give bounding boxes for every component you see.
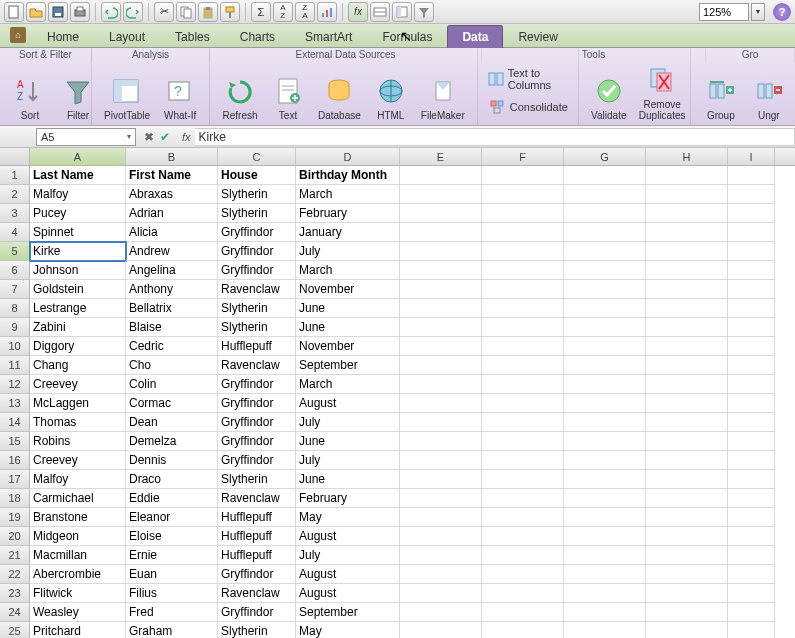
- cell[interactable]: [482, 261, 564, 280]
- cell[interactable]: Cho: [126, 356, 218, 375]
- cell[interactable]: August: [296, 527, 400, 546]
- cell[interactable]: [564, 584, 646, 603]
- cell[interactable]: Lestrange: [30, 299, 126, 318]
- cell[interactable]: June: [296, 432, 400, 451]
- row-header[interactable]: 21: [0, 546, 30, 565]
- cell[interactable]: Ravenclaw: [218, 489, 296, 508]
- cell[interactable]: Angelina: [126, 261, 218, 280]
- cell[interactable]: [646, 166, 728, 185]
- cell[interactable]: Abraxas: [126, 185, 218, 204]
- cell[interactable]: [646, 185, 728, 204]
- cell[interactable]: Carmichael: [30, 489, 126, 508]
- col-header-F[interactable]: F: [482, 148, 564, 165]
- cell[interactable]: Slytherin: [218, 318, 296, 337]
- cell[interactable]: [728, 204, 775, 223]
- sort-az-icon[interactable]: AZ: [273, 2, 293, 22]
- filemaker-button[interactable]: FileMaker: [415, 72, 471, 123]
- row-header[interactable]: 2: [0, 185, 30, 204]
- zoom-dropdown-icon[interactable]: ▾: [751, 3, 765, 21]
- cell[interactable]: [728, 261, 775, 280]
- cell[interactable]: August: [296, 584, 400, 603]
- cell[interactable]: Fred: [126, 603, 218, 622]
- cell[interactable]: Abercrombie: [30, 565, 126, 584]
- row-header[interactable]: 8: [0, 299, 30, 318]
- cell[interactable]: [482, 223, 564, 242]
- cell[interactable]: Eleanor: [126, 508, 218, 527]
- cell[interactable]: [646, 432, 728, 451]
- cell[interactable]: [728, 375, 775, 394]
- cell[interactable]: [564, 242, 646, 261]
- cell[interactable]: January: [296, 223, 400, 242]
- cell[interactable]: [482, 299, 564, 318]
- row-header[interactable]: 20: [0, 527, 30, 546]
- cell[interactable]: [400, 489, 482, 508]
- row-header[interactable]: 19: [0, 508, 30, 527]
- cell[interactable]: Slytherin: [218, 185, 296, 204]
- cell[interactable]: [564, 565, 646, 584]
- cell[interactable]: Demelza: [126, 432, 218, 451]
- cell[interactable]: Spinnet: [30, 223, 126, 242]
- cell[interactable]: [728, 280, 775, 299]
- row-header[interactable]: 11: [0, 356, 30, 375]
- cell[interactable]: [646, 565, 728, 584]
- html-import-button[interactable]: HTML: [367, 72, 415, 123]
- row-header[interactable]: 18: [0, 489, 30, 508]
- cell[interactable]: [482, 451, 564, 470]
- cell[interactable]: June: [296, 318, 400, 337]
- cell[interactable]: [646, 242, 728, 261]
- col-header-E[interactable]: E: [400, 148, 482, 165]
- cell[interactable]: [728, 337, 775, 356]
- cell[interactable]: [728, 432, 775, 451]
- cell[interactable]: Eloise: [126, 527, 218, 546]
- cell[interactable]: [400, 204, 482, 223]
- row-header[interactable]: 14: [0, 413, 30, 432]
- database-button[interactable]: Database: [312, 72, 367, 123]
- cell[interactable]: May: [296, 508, 400, 527]
- cell[interactable]: June: [296, 470, 400, 489]
- cell[interactable]: [646, 299, 728, 318]
- cell[interactable]: [482, 394, 564, 413]
- cell[interactable]: Gryffindor: [218, 223, 296, 242]
- cell[interactable]: [400, 356, 482, 375]
- cell[interactable]: [728, 223, 775, 242]
- format-painter-icon[interactable]: [220, 2, 240, 22]
- cell[interactable]: Slytherin: [218, 299, 296, 318]
- cell[interactable]: [728, 546, 775, 565]
- cell[interactable]: [482, 470, 564, 489]
- cell[interactable]: [400, 470, 482, 489]
- tab-tables[interactable]: Tables: [160, 25, 225, 48]
- cell[interactable]: [646, 489, 728, 508]
- cell[interactable]: Gryffindor: [218, 261, 296, 280]
- text-to-columns-button[interactable]: Text to Columns: [484, 65, 572, 93]
- new-file-icon[interactable]: [4, 2, 24, 22]
- help-icon[interactable]: ?: [773, 3, 791, 21]
- cell[interactable]: Eddie: [126, 489, 218, 508]
- cell[interactable]: [400, 337, 482, 356]
- cell[interactable]: [646, 413, 728, 432]
- cell[interactable]: Gryffindor: [218, 603, 296, 622]
- row-header[interactable]: 23: [0, 584, 30, 603]
- cell[interactable]: [564, 508, 646, 527]
- cell[interactable]: [646, 603, 728, 622]
- cell[interactable]: [482, 508, 564, 527]
- save-icon[interactable]: [48, 2, 68, 22]
- group-button[interactable]: Group: [697, 72, 745, 123]
- tab-home[interactable]: Home: [32, 25, 94, 48]
- cell[interactable]: [482, 527, 564, 546]
- cell[interactable]: [564, 622, 646, 638]
- cell[interactable]: [728, 166, 775, 185]
- cell[interactable]: Gryffindor: [218, 432, 296, 451]
- text-import-button[interactable]: Text: [264, 72, 312, 123]
- cell[interactable]: [646, 470, 728, 489]
- cell[interactable]: [400, 166, 482, 185]
- row-header[interactable]: 5: [0, 242, 30, 261]
- name-box[interactable]: A5 ▾: [36, 128, 136, 146]
- cell[interactable]: [728, 584, 775, 603]
- cell[interactable]: August: [296, 394, 400, 413]
- cell[interactable]: Colin: [126, 375, 218, 394]
- cell[interactable]: Creevey: [30, 375, 126, 394]
- cell[interactable]: [564, 337, 646, 356]
- cell[interactable]: Last Name: [30, 166, 126, 185]
- cell[interactable]: March: [296, 185, 400, 204]
- cell[interactable]: McLaggen: [30, 394, 126, 413]
